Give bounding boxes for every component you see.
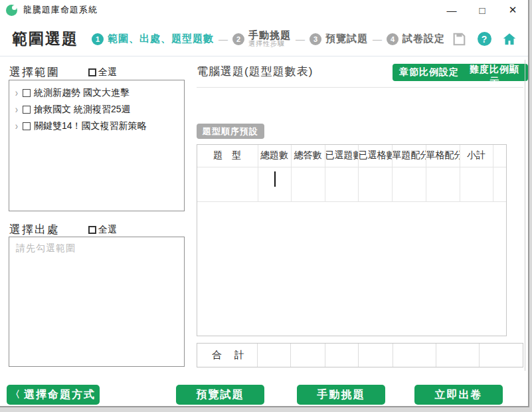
totals-cell [393,344,436,367]
step-separator: — [219,34,228,45]
step-separator: — [373,34,382,45]
totals-row: 合 計 [197,343,523,367]
scrollbar-track [525,60,525,371]
col-header-total-answers: 總答數 [291,145,325,167]
col-header-points-per-question: 單題配分 [392,145,426,167]
totals-label: 合 計 [197,344,257,367]
totals-cell [290,344,325,367]
range-select-all-checkbox[interactable] [88,68,96,76]
expand-arrow-icon[interactable]: › [12,104,21,116]
maximize-button[interactable]: □ [467,0,497,20]
step-1[interactable]: 1 範圍、出處、題型題數 [92,33,214,45]
tree-item[interactable]: › 搶救國文 統測複習25週 [12,101,181,118]
tree-item-checkbox[interactable] [23,106,31,114]
col-header-selected-cells: 已選格數 [358,145,392,167]
tree-item[interactable]: › 關鍵雙14！國文複習新策略 [12,118,181,134]
help-icon: ? [478,32,491,46]
titlebar: 龍騰題庫命題系統 — □ ✕ [0,0,528,20]
col-header-subtotal: 小計 [460,145,493,167]
step-3-label: 預覽試題 [325,33,368,45]
back-to-method-label: 選擇命題方式 [24,388,96,402]
source-list-panel: 請先勾選範圍 [9,237,185,367]
generate-paper-button[interactable]: 立即出卷 [414,385,503,405]
step-3-circle: 3 [310,33,321,45]
range-section-title: 選擇範圍 [9,64,60,80]
step-1-label: 範圍、出處、題型題數 [108,33,214,45]
cell-type[interactable] [197,167,258,201]
app-title: 龍騰題庫命題系統 [23,4,98,16]
home-button[interactable] [501,31,517,47]
tree-item[interactable]: › 統測新趨勢 國文大進擊 [12,84,181,101]
back-to-method-button[interactable]: 〈 選擇命題方式 [7,385,100,405]
step-2[interactable]: 2 手動挑題 選擇性步驟 [232,30,291,47]
chapter-ratio-button[interactable]: 章節比例設定 [393,64,466,81]
totals-cell [358,344,393,367]
question-type-table: 題 型 總題數 總答數 已選題數 已選格數 單題配分 單格配分 小計 [197,144,507,336]
cell-subtotal[interactable] [460,167,493,201]
step-3[interactable]: 3 預覽試題 [310,33,368,45]
difficulty-ratio-button[interactable]: 難度比例顯示 [461,64,528,81]
step-2-sublabel: 選擇性步驟 [248,41,291,48]
page-title: 範圍選題 [12,29,78,49]
range-tree-panel: › 統測新趨勢 國文大進擊 › 搶救國文 統測複習25週 › 關鍵雙14！國文複… [9,80,185,211]
app-window: 龍騰題庫命題系統 — □ ✕ 範圍選題 1 範圍、出處、題型題數 — 2 手動挑… [0,0,529,407]
source-select-all[interactable]: 全選 [88,224,117,236]
preview-questions-button[interactable]: 預覽試題 [176,385,264,405]
step-1-circle: 1 [92,33,104,45]
totals-cell [436,344,479,367]
totals-cell [257,344,290,367]
totals-cell [479,344,523,367]
manual-pick-button[interactable]: 手動挑題 [297,385,385,405]
col-header-empty [493,145,506,167]
expand-arrow-icon[interactable]: › [12,87,21,99]
minimize-button[interactable]: — [436,0,467,20]
window-controls: — □ ✕ [436,0,528,20]
main-panel-title: 電腦選題(題型題數表) [197,64,313,79]
source-section-title: 選擇出處 [9,222,60,237]
tree-item-label[interactable]: 統測新趨勢 國文大進擊 [34,87,130,99]
type-order-default-button[interactable]: 題型順序預設 [197,124,264,139]
step-nav: 1 範圍、出處、題型題數 — 2 手動挑題 選擇性步驟 — 3 預覽試題 — 4… [92,30,445,47]
save-icon [452,32,466,47]
source-select-all-label: 全選 [98,224,117,236]
range-select-all[interactable]: 全選 [88,66,117,78]
tree-item-label[interactable]: 搶救國文 統測複習25週 [34,104,130,116]
app-logo-icon [6,5,17,16]
col-header-total-questions: 總題數 [258,145,291,167]
step-4[interactable]: 4 試卷設定 [387,33,445,45]
col-header-selected-questions: 已選題數 [325,145,358,167]
col-header-points-per-cell: 單格配分 [426,145,460,167]
tree-item-checkbox[interactable] [23,122,31,130]
expand-arrow-icon[interactable]: › [12,120,21,132]
header: 範圍選題 1 範圍、出處、題型題數 — 2 手動挑題 選擇性步驟 — 3 預覽試… [0,22,528,56]
home-icon [501,31,517,47]
close-button[interactable]: ✕ [497,0,528,20]
step-2-circle: 2 [232,33,244,45]
source-placeholder: 請先勾選範圍 [9,237,184,260]
step-4-circle: 4 [387,33,399,45]
chevron-left-icon: 〈 [11,389,20,401]
table-row [197,167,506,201]
tree-item-checkbox[interactable] [23,89,31,97]
text-caret [274,171,276,187]
col-header-type: 題 型 [197,145,258,167]
cell-empty [493,167,506,201]
tree-item-label[interactable]: 關鍵雙14！國文複習新策略 [34,120,147,132]
divider [197,87,523,88]
cell-points-per-question[interactable] [392,167,426,201]
source-select-all-checkbox[interactable] [88,226,96,234]
step-separator: — [296,34,305,45]
cell-total-answers[interactable] [291,167,325,201]
cell-points-per-cell[interactable] [426,167,460,201]
range-select-all-label: 全選 [98,66,117,78]
step-4-label: 試卷設定 [402,33,445,45]
save-button[interactable] [451,31,467,47]
cell-selected-questions[interactable] [325,167,358,201]
totals-cell [325,344,358,367]
step-2-label: 手動挑題 [248,30,291,41]
cell-selected-cells[interactable] [358,167,392,201]
help-button[interactable]: ? [476,31,492,47]
